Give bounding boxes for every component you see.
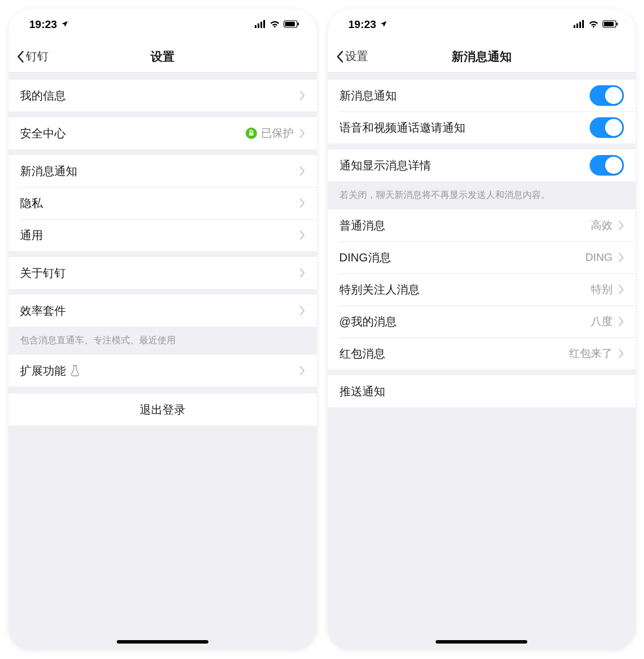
row-label: 效率套件 (20, 303, 294, 319)
back-label: 钉钉 (26, 49, 49, 64)
page-title: 设置 (9, 49, 317, 65)
row-general[interactable]: 通用 (9, 219, 317, 251)
battery-icon (602, 18, 618, 31)
row-logout[interactable]: 退出登录 (9, 394, 317, 426)
toggle-new-message[interactable] (590, 85, 624, 106)
toggle-av-invite[interactable] (590, 117, 624, 138)
status-bar: 19:23 (328, 9, 636, 41)
row-value: 八度 (591, 314, 613, 329)
back-label: 设置 (345, 49, 368, 64)
chevron-right-icon (299, 366, 305, 376)
row-value: 特别 (591, 282, 613, 297)
row-label: 红包消息 (339, 346, 570, 362)
row-label: 扩展功能 (20, 363, 294, 379)
row-notifications[interactable]: 新消息通知 (9, 155, 317, 187)
wifi-icon (270, 18, 280, 31)
battery-icon (283, 18, 299, 31)
chevron-right-icon (299, 305, 305, 316)
home-indicator[interactable] (436, 640, 527, 644)
row-value: 高效 (591, 218, 613, 233)
row-av-invite-toggle: 语音和视频通话邀请通知 (328, 112, 636, 144)
chevron-right-icon (299, 90, 305, 101)
row-label: @我的消息 (339, 314, 591, 330)
settings-content: 我的信息 安全中心 已保护 新消息通知 隐私 (9, 73, 317, 649)
row-label: 推送通知 (339, 384, 625, 399)
phone-notifications: 19:23 设置 新消息通知 新消息通知 语音和视频通话邀请通知 (328, 9, 636, 649)
row-security[interactable]: 安全中心 已保护 (9, 117, 317, 149)
row-sound-at-me[interactable]: @我的消息 八度 (328, 305, 636, 338)
location-icon (61, 18, 69, 31)
row-efficiency[interactable]: 效率套件 (9, 295, 317, 327)
row-push[interactable]: 推送通知 (328, 375, 636, 407)
chevron-right-icon (618, 348, 624, 359)
row-sound-redpacket[interactable]: 红包消息 红包来了 (328, 338, 636, 370)
row-value: 已保护 (245, 126, 294, 141)
chevron-right-icon (618, 284, 624, 295)
row-new-message-toggle: 新消息通知 (328, 80, 636, 112)
svg-rect-6 (298, 23, 299, 26)
chevron-right-icon (618, 316, 624, 327)
chevron-right-icon (299, 230, 305, 240)
row-about[interactable]: 关于钉钉 (9, 257, 317, 289)
svg-rect-8 (249, 133, 253, 136)
nav-bar: 设置 新消息通知 (328, 41, 636, 73)
row-label: 特别关注人消息 (339, 282, 591, 297)
show-detail-note: 若关闭，聊天新消息将不再显示发送人和消息内容。 (328, 181, 636, 209)
row-show-detail-toggle: 通知显示消息详情 (328, 149, 636, 181)
row-sound-special[interactable]: 特别关注人消息 特别 (328, 273, 636, 305)
row-label: 普通消息 (339, 218, 591, 233)
svg-rect-14 (604, 22, 614, 26)
row-value: 红包来了 (569, 346, 613, 361)
chevron-right-icon (618, 252, 624, 263)
efficiency-note: 包含消息直通车、专注模式、最近使用 (9, 327, 317, 355)
row-label: 我的信息 (20, 88, 294, 104)
home-indicator[interactable] (117, 640, 208, 644)
row-sound-ding[interactable]: DING消息 DING (328, 241, 636, 273)
row-label: 关于钉钉 (20, 265, 294, 281)
row-label: 语音和视频通话邀请通知 (339, 120, 590, 136)
logout-label: 退出登录 (20, 402, 305, 418)
signal-icon (574, 18, 585, 31)
notifications-content: 新消息通知 语音和视频通话邀请通知 通知显示消息详情 若关闭，聊天新消息将不再显… (328, 73, 636, 649)
svg-rect-9 (574, 25, 575, 28)
row-extensions[interactable]: 扩展功能 (9, 355, 317, 387)
back-button[interactable]: 设置 (328, 49, 368, 64)
row-value: DING (586, 251, 613, 264)
svg-rect-1 (258, 23, 259, 28)
svg-rect-0 (255, 25, 256, 28)
chevron-right-icon (299, 128, 305, 138)
svg-rect-2 (260, 22, 262, 28)
svg-rect-11 (579, 22, 581, 28)
row-label: 新消息通知 (339, 88, 590, 104)
svg-rect-3 (263, 20, 265, 28)
location-icon (380, 18, 388, 31)
row-sound-normal[interactable]: 普通消息 高效 (328, 209, 636, 241)
svg-rect-5 (285, 22, 295, 26)
chevron-right-icon (618, 220, 624, 231)
nav-bar: 钉钉 设置 (9, 41, 317, 73)
svg-rect-12 (582, 20, 584, 28)
status-time: 19:23 (29, 18, 57, 31)
status-bar: 19:23 (9, 9, 317, 41)
chevron-right-icon (299, 166, 305, 176)
phone-settings: 19:23 钉钉 设置 我的信息 安全中心 (9, 9, 317, 649)
svg-rect-15 (617, 23, 618, 26)
chevron-right-icon (299, 198, 305, 208)
signal-icon (255, 18, 266, 31)
page-title: 新消息通知 (328, 49, 636, 65)
wifi-icon (588, 18, 599, 31)
status-time: 19:23 (349, 18, 377, 31)
toggle-show-detail[interactable] (590, 155, 624, 176)
back-button[interactable]: 钉钉 (9, 49, 49, 64)
shield-lock-icon (245, 127, 258, 140)
row-privacy[interactable]: 隐私 (9, 187, 317, 219)
svg-rect-10 (576, 23, 578, 28)
row-label: 通知显示消息详情 (339, 158, 590, 173)
chevron-right-icon (299, 268, 305, 278)
row-label: 通用 (20, 228, 294, 243)
row-label: 隐私 (20, 196, 294, 211)
row-my-info[interactable]: 我的信息 (9, 80, 317, 112)
row-label: 安全中心 (20, 126, 245, 141)
row-label: DING消息 (339, 250, 586, 265)
flask-icon (70, 365, 81, 376)
